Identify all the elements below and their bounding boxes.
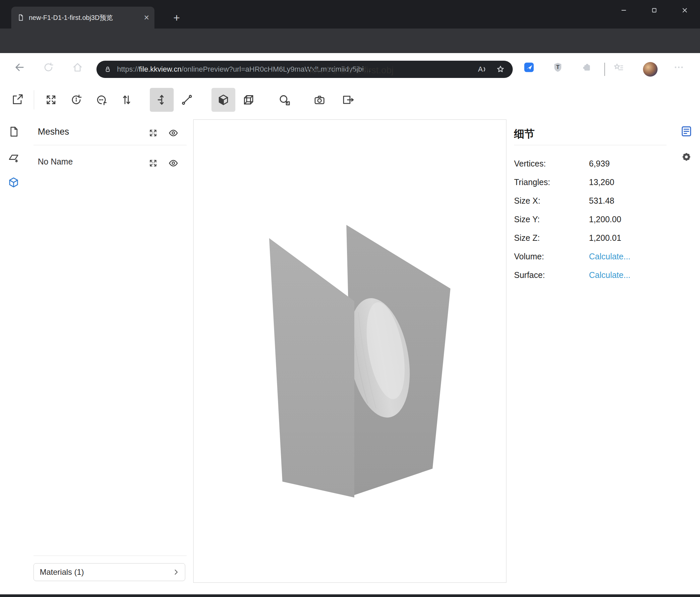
titlebar: new-F1-D1-1-first.obj3D预览 × + (0, 0, 700, 28)
mesh-visibility-eye-icon[interactable] (168, 158, 179, 169)
calculate-volume-link[interactable]: Calculate... (589, 252, 630, 261)
rotate-vertical-icon (95, 93, 108, 106)
detail-row-size-z: Size Z: 1,200.01 (514, 229, 667, 247)
screenshot-button[interactable] (307, 88, 331, 112)
mesh-item-name[interactable]: No Name (38, 157, 73, 167)
window-bottom-edge (0, 594, 700, 597)
measure-button[interactable] (272, 88, 296, 112)
meshes-divider (33, 145, 186, 145)
flip-vertical-icon (120, 93, 133, 106)
materials-button[interactable]: Materials (1) (33, 563, 185, 581)
plane-left (269, 238, 354, 498)
flip-vertical-button[interactable] (115, 88, 139, 112)
detail-label: Size X: (514, 196, 589, 206)
details-header: 细节 (514, 127, 534, 141)
rotate-vertical-button[interactable] (90, 88, 114, 112)
shaded-cube-icon (217, 93, 230, 106)
sidebar-materials-icon[interactable] (7, 151, 20, 164)
fit-view-button[interactable] (39, 88, 63, 112)
detail-value: 1,200.00 (589, 215, 621, 224)
sidebar-file-icon[interactable] (7, 125, 20, 138)
settings-gear-icon[interactable] (680, 150, 693, 164)
viewport-3d[interactable] (193, 119, 506, 583)
camera-icon (313, 93, 326, 106)
detail-row-triangles: Triangles: 13,260 (514, 173, 667, 191)
detail-label: Size Y: (514, 215, 589, 224)
detail-label: Volume: (514, 252, 589, 261)
detail-row-surface: Surface: Calculate... (514, 266, 667, 284)
box-view-button[interactable] (236, 88, 260, 112)
open-model-button[interactable] (5, 88, 29, 112)
detail-row-size-x: Size X: 531.48 (514, 191, 667, 210)
navbar: https://file.kkview.cn/onlinePreview?url… (0, 28, 700, 53)
translate-button[interactable] (150, 88, 174, 112)
fit-view-icon (44, 93, 58, 106)
measure-line-icon (180, 93, 194, 106)
detail-value: 13,260 (589, 177, 614, 187)
materials-divider (33, 555, 186, 556)
maximize-icon (650, 6, 658, 14)
page-title: new-F1-D1-1-first.obj (0, 65, 700, 76)
shaded-view-button[interactable] (211, 88, 235, 112)
rotate-horizontal-button[interactable] (64, 88, 88, 112)
maximize-button[interactable] (639, 0, 670, 21)
plus-icon: + (173, 11, 180, 24)
detail-label: Triangles: (514, 177, 589, 187)
minimize-button[interactable] (608, 0, 639, 21)
translate-icon (155, 93, 168, 106)
tab-close-icon[interactable]: × (144, 13, 149, 22)
detail-label: Surface: (514, 270, 589, 280)
open-model-icon (10, 93, 24, 106)
detail-row-size-y: Size Y: 1,200.00 (514, 210, 667, 229)
detail-label: Vertices: (514, 159, 589, 168)
model-render (194, 120, 506, 582)
mesh-fit-icon[interactable] (148, 158, 158, 168)
browser-window: new-F1-D1-1-first.obj3D预览 × + (0, 0, 700, 597)
detail-row-vertices: Vertices: 6,939 (514, 154, 667, 173)
toolbar-separator (34, 90, 34, 110)
rotate-horizontal-icon (70, 93, 83, 106)
details-divider (514, 145, 667, 145)
measure-line-button[interactable] (175, 88, 199, 112)
meshes-fit-icon[interactable] (148, 128, 158, 138)
detail-row-volume: Volume: Calculate... (514, 247, 667, 266)
chevron-right-icon (172, 568, 180, 576)
sidebar-model-icon-active[interactable] (7, 176, 20, 189)
close-icon (681, 6, 689, 14)
export-icon (341, 93, 355, 106)
tab-title: new-F1-D1-1-first.obj3D预览 (29, 13, 141, 22)
tab[interactable]: new-F1-D1-1-first.obj3D预览 × (11, 7, 154, 28)
minimize-icon (620, 6, 628, 14)
new-tab-button[interactable]: + (170, 10, 184, 25)
meshes-visibility-eye-icon[interactable] (168, 127, 179, 139)
close-window-button[interactable] (670, 0, 700, 21)
detail-value: 6,939 (589, 159, 610, 168)
materials-button-label: Materials (1) (40, 568, 172, 577)
export-button[interactable] (336, 88, 360, 112)
calculate-surface-link[interactable]: Calculate... (589, 270, 630, 280)
detail-value: 531.48 (589, 196, 614, 206)
detail-value: 1,200.01 (589, 233, 621, 243)
details-toggle-icon-active[interactable] (680, 125, 693, 138)
measure-magnifier-icon (278, 93, 291, 106)
box-wireframe-icon (242, 93, 255, 106)
detail-label: Size Z: (514, 233, 589, 243)
meshes-header: Meshes (38, 127, 69, 137)
tab-favicon-icon (17, 14, 25, 22)
